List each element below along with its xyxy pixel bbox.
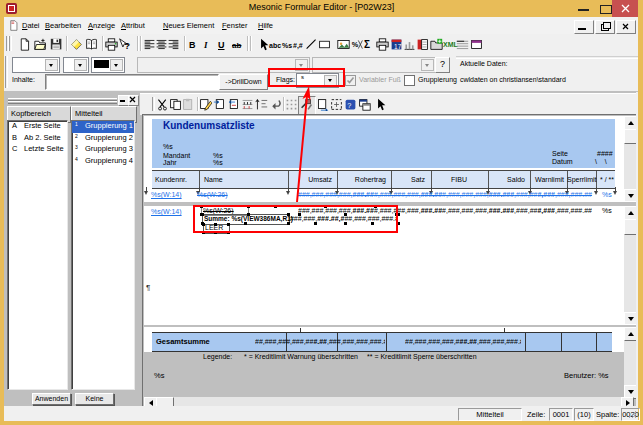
svg-text:17: 17 — [394, 43, 402, 50]
svg-text:%: % — [352, 40, 359, 49]
svg-text:?: ? — [125, 41, 130, 51]
svg-text:?: ? — [347, 101, 351, 110]
